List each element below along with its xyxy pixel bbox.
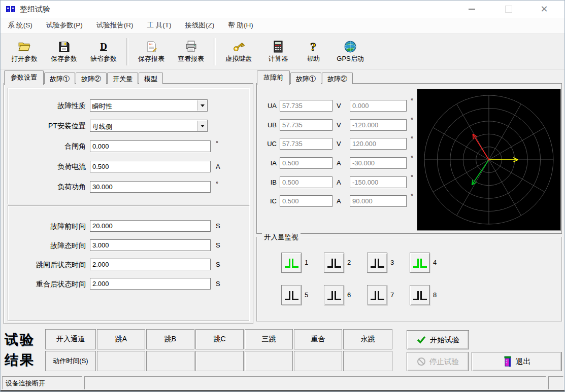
- binary-input-6-number: 6: [347, 291, 351, 299]
- binary-input-8[interactable]: [410, 285, 430, 305]
- menu-test-report[interactable]: 试验报告(R): [96, 21, 134, 30]
- stop-test-button: 停止试验: [407, 352, 469, 371]
- tab-model[interactable]: 模型: [139, 73, 163, 84]
- tab-fault1-left[interactable]: 故障①: [44, 73, 75, 84]
- binary-input-4[interactable]: [410, 253, 430, 273]
- left-tabstrip: 参数设置 故障① 故障② 开关量 模型: [4, 71, 163, 84]
- tab-switch-qty[interactable]: 开关量: [107, 73, 138, 84]
- gps-start-button[interactable]: GPS启动: [328, 36, 372, 67]
- load-current-input[interactable]: 0.500: [90, 161, 211, 172]
- menu-test-params[interactable]: 试验参数(P): [46, 21, 83, 30]
- status-empty-panel: [84, 376, 546, 389]
- prefault-time-label: 故障前时间: [10, 222, 86, 231]
- chevron-down-icon: [201, 104, 205, 107]
- pt-position-combo[interactable]: 母线侧: [90, 120, 208, 132]
- load-current-unit: A: [216, 163, 220, 170]
- post-trip-time-label: 跳闸后状态时间: [10, 261, 86, 270]
- fault-time-input[interactable]: 3.000: [90, 239, 211, 251]
- dropdown-button[interactable]: [197, 100, 207, 111]
- save-report-button[interactable]: txt 保存报表: [131, 36, 171, 67]
- menu-bar: 系 统(S) 试验参数(P) 试验报告(R) 工 具(T) 接线图(Z) 帮 助…: [1, 18, 564, 33]
- ia-unit: A: [337, 159, 341, 167]
- load-current-label: 负荷电流: [10, 162, 86, 171]
- save-params-button[interactable]: 保存参数: [44, 36, 84, 67]
- col-header-input-channel: 开入通道: [45, 329, 96, 349]
- ua-angle-field: 0.000: [350, 100, 407, 112]
- binary-input-4-number: 4: [433, 259, 437, 266]
- menu-wiring-diagram[interactable]: 接线图(Z): [185, 21, 215, 30]
- contact-icon: [378, 259, 384, 268]
- virtual-keyboard-button[interactable]: 虚拟键盘: [219, 36, 258, 67]
- tab-fault2-left[interactable]: 故障②: [76, 73, 107, 84]
- contact-icon: [371, 291, 376, 300]
- result-cell-trip-a: [97, 351, 145, 371]
- default-params-button[interactable]: D 缺省参数: [84, 36, 123, 67]
- post-trip-time-input[interactable]: 2.000: [90, 259, 211, 270]
- binary-input-7-number: 7: [390, 291, 394, 299]
- dropdown-button[interactable]: [197, 121, 207, 131]
- open-params-button[interactable]: 打开参数: [5, 36, 44, 67]
- minimize-button[interactable]: [460, 1, 483, 17]
- binary-input-5[interactable]: [281, 285, 302, 305]
- binary-input-3-number: 3: [390, 259, 394, 266]
- ic-unit: A: [337, 197, 341, 205]
- titlebar: 整组试验 ✕: [1, 1, 564, 18]
- result-cell-reclose: [294, 351, 342, 371]
- tab-prefault[interactable]: 故障前: [257, 70, 290, 85]
- toolbar: 打开参数 保存参数 D 缺省参数 txt 保存报表 查看报表: [1, 34, 564, 69]
- tab-fault2-right[interactable]: 故障②: [322, 73, 353, 84]
- uc-label: UC: [262, 140, 277, 148]
- tab-param-settings[interactable]: 参数设置: [4, 70, 44, 85]
- svg-text:?: ?: [310, 40, 316, 53]
- ub-label: UB: [262, 121, 277, 129]
- menu-help[interactable]: 帮 助(H): [228, 21, 253, 30]
- result-cell-trip-b: [146, 351, 194, 371]
- closing-angle-input[interactable]: 0.000: [90, 140, 211, 152]
- binary-input-3[interactable]: [367, 253, 387, 273]
- start-test-button[interactable]: 开始试验: [407, 330, 469, 349]
- ua-magnitude-field: 57.735: [280, 100, 333, 112]
- stop-icon: [417, 357, 426, 366]
- globe-icon: [344, 40, 357, 53]
- close-button[interactable]: ✕: [533, 1, 556, 17]
- load-angle-label: 负荷功角: [10, 183, 86, 192]
- maximize-button[interactable]: [497, 1, 520, 17]
- calculator-button[interactable]: 计算器: [258, 36, 298, 67]
- contact-icon: [335, 291, 341, 300]
- close-icon: ✕: [540, 5, 548, 14]
- post-trip-time-unit: S: [216, 261, 220, 268]
- ib-label: IB: [262, 179, 277, 186]
- closing-angle-label: 合闸角: [10, 142, 86, 151]
- binary-input-5-number: 5: [305, 291, 308, 299]
- load-angle-input[interactable]: 30.000: [90, 181, 211, 193]
- help-button[interactable]: ? 帮助: [298, 36, 328, 67]
- col-header-three-trip: 三跳: [245, 329, 293, 349]
- binary-input-2[interactable]: [324, 253, 344, 273]
- contact-icon: [413, 291, 419, 300]
- menu-system[interactable]: 系 统(S): [8, 21, 32, 30]
- exit-button[interactable]: 退出: [472, 352, 562, 371]
- fault-nature-combo[interactable]: 瞬时性: [90, 99, 208, 112]
- view-report-button[interactable]: 查看报表: [171, 36, 211, 67]
- binary-input-8-number: 8: [433, 291, 437, 299]
- contact-icon: [371, 259, 376, 268]
- menu-tools[interactable]: 工 具(T): [147, 21, 172, 30]
- contact-icon: [413, 259, 419, 268]
- post-reclose-time-input[interactable]: 2.000: [90, 278, 211, 290]
- binary-input-1-number: 1: [305, 259, 308, 266]
- ub-unit: V: [337, 121, 341, 129]
- chevron-down-icon: [201, 125, 205, 127]
- binary-input-7[interactable]: [367, 285, 387, 305]
- binary-input-6[interactable]: [324, 285, 344, 305]
- ia-angle-field: -30.000: [350, 157, 407, 169]
- tab-fault1-right[interactable]: 故障①: [290, 73, 321, 84]
- ic-label: IC: [262, 197, 277, 205]
- binary-input-1[interactable]: [281, 253, 302, 273]
- toolbar-separator: [214, 38, 216, 65]
- binary-monitor-groupbox: 开入量监视: [256, 237, 562, 322]
- phasor-diagram: [417, 89, 561, 231]
- ub-angle-unit: °: [411, 116, 413, 124]
- load-angle-unit: °: [216, 180, 218, 188]
- prefault-time-input[interactable]: 20.000: [90, 220, 211, 232]
- contact-icon: [327, 259, 333, 268]
